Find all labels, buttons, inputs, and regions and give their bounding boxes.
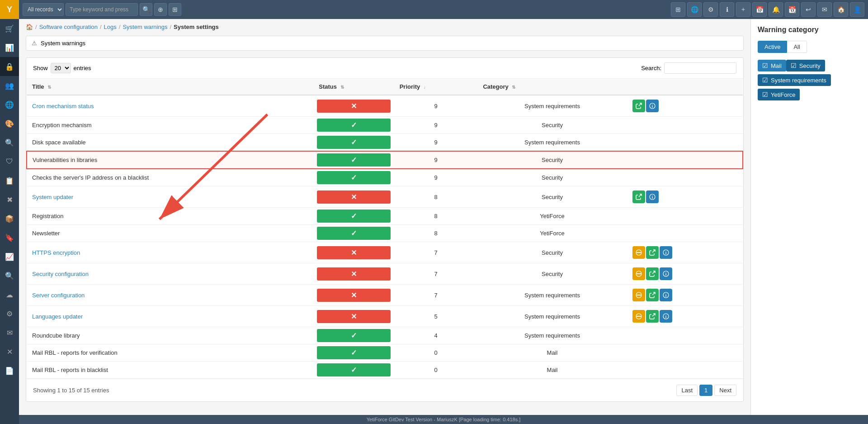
stop-action-button[interactable] bbox=[632, 267, 645, 280]
breadcrumb-logs[interactable]: Logs bbox=[104, 24, 117, 30]
sidebar-item-lock[interactable]: 🔒 bbox=[0, 57, 19, 76]
info-action-button[interactable]: i bbox=[646, 191, 659, 203]
title-link[interactable]: Security configuration bbox=[32, 271, 89, 277]
sidebar-item-xtable[interactable]: ✖ bbox=[0, 190, 19, 209]
topbar-btn-bell[interactable]: 🔔 bbox=[769, 2, 783, 17]
category-checkbox[interactable]: ☑ bbox=[762, 91, 768, 98]
last-button[interactable]: Last bbox=[676, 385, 698, 396]
category-checkbox[interactable]: ☑ bbox=[791, 62, 797, 69]
cell-title: Security configuration bbox=[27, 263, 313, 285]
cell-category: System requirements bbox=[477, 306, 627, 327]
category-checkbox[interactable]: ☑ bbox=[762, 62, 768, 69]
filter-tabs: Active All bbox=[758, 41, 861, 53]
breadcrumb-sep-1: / bbox=[100, 24, 102, 30]
search-input[interactable] bbox=[66, 3, 138, 16]
topbar-btn-calendar[interactable]: 📅 bbox=[752, 2, 767, 17]
sidebar-item-bookmark[interactable]: 🔖 bbox=[0, 228, 19, 247]
topbar-btn-2[interactable]: 🌐 bbox=[687, 2, 702, 17]
topbar-btn-user[interactable]: 👤 bbox=[850, 2, 864, 17]
info-action-button[interactable]: i bbox=[660, 289, 672, 301]
sidebar-item-box[interactable]: 📦 bbox=[0, 209, 19, 228]
topbar-btn-cal2[interactable]: 📆 bbox=[785, 2, 799, 17]
page-title: System warnings bbox=[41, 40, 85, 47]
info-action-button[interactable]: i bbox=[660, 246, 672, 259]
sidebar-item-cloud[interactable]: ☁ bbox=[0, 285, 19, 304]
sidebar-item-globe[interactable]: 🌐 bbox=[0, 95, 19, 114]
category-tag-security[interactable]: ☑Security bbox=[786, 60, 825, 71]
category-tags: ☑Mail☑Security☑System requirements☑YetiF… bbox=[758, 60, 861, 103]
breadcrumb-system-warnings[interactable]: System warnings bbox=[123, 24, 167, 30]
topbar: All records 🔍 ⊕ ⊞ ⊞ 🌐 ⚙ ℹ ＋ 📅 🔔 📆 ↩ ✉ 🏠 … bbox=[19, 0, 868, 19]
link-action-button[interactable] bbox=[646, 246, 659, 259]
sidebar-item-search[interactable]: 🔍 bbox=[0, 133, 19, 152]
category-checkbox[interactable]: ☑ bbox=[762, 76, 768, 84]
grid-icon-button[interactable]: ⊞ bbox=[169, 3, 181, 16]
info-action-button[interactable]: i bbox=[660, 267, 672, 280]
sidebar-item-clipboard[interactable]: 📋 bbox=[0, 171, 19, 190]
link-action-button[interactable] bbox=[646, 267, 659, 280]
table-row: HTTPS encryption✕7Securityi bbox=[27, 242, 743, 263]
stop-action-button[interactable] bbox=[632, 289, 645, 301]
cell-title: Vulnerabilities in libraries bbox=[27, 151, 313, 169]
table-row: Server configuration✕7System requirement… bbox=[27, 285, 743, 306]
title-link[interactable]: Languages updater bbox=[32, 313, 83, 320]
title-link[interactable]: Cron mechanism status bbox=[32, 103, 94, 110]
cell-priority: 8 bbox=[394, 208, 478, 225]
link-action-button[interactable] bbox=[632, 100, 645, 112]
title-link[interactable]: System updater bbox=[32, 194, 73, 200]
sidebar-item-dashboard[interactable]: 📊 bbox=[0, 38, 19, 57]
topbar-btn-mail[interactable]: ✉ bbox=[817, 2, 832, 17]
target-icon-button[interactable]: ⊕ bbox=[154, 3, 167, 16]
topbar-btn-plus[interactable]: ＋ bbox=[736, 2, 750, 17]
status-badge: ✓ bbox=[317, 210, 390, 223]
topbar-btn-home[interactable]: 🏠 bbox=[834, 2, 848, 17]
cell-status: ✕ bbox=[313, 95, 394, 117]
sidebar-item-gear[interactable]: ⚙ bbox=[0, 304, 19, 323]
table-container: Title ⇅ Status ⇅ Priority ↓ Category ⇅ C… bbox=[26, 79, 743, 379]
link-action-button[interactable] bbox=[646, 289, 659, 301]
cell-category: Mail bbox=[477, 344, 627, 362]
topbar-btn-1[interactable]: ⊞ bbox=[671, 2, 685, 17]
sidebar-item-users[interactable]: 👥 bbox=[0, 76, 19, 95]
home-icon[interactable]: 🏠 bbox=[26, 24, 33, 30]
search-button[interactable]: 🔍 bbox=[140, 3, 152, 16]
sidebar-item-shield[interactable]: 🛡 bbox=[0, 152, 19, 171]
sidebar-item-chart[interactable]: 📈 bbox=[0, 247, 19, 266]
tab-active[interactable]: Active bbox=[758, 41, 787, 53]
stop-action-button[interactable] bbox=[632, 310, 645, 323]
topbar-btn-4[interactable]: ℹ bbox=[720, 2, 734, 17]
page-1-button[interactable]: 1 bbox=[699, 385, 712, 396]
category-tag-yetiforce[interactable]: ☑YetiForce bbox=[758, 89, 800, 100]
sidebar-item-magnify[interactable]: 🔍 bbox=[0, 266, 19, 285]
cell-title: Registration bbox=[27, 208, 313, 225]
next-button[interactable]: Next bbox=[714, 385, 736, 396]
stop-action-button[interactable] bbox=[632, 246, 645, 259]
info-action-button[interactable]: i bbox=[646, 100, 659, 112]
sidebar-item-mail[interactable]: ✉ bbox=[0, 323, 19, 342]
sidebar-item-document[interactable]: 📄 bbox=[0, 361, 19, 380]
tab-all[interactable]: All bbox=[787, 41, 807, 53]
title-link[interactable]: HTTPS encryption bbox=[32, 249, 80, 256]
title-link[interactable]: Server configuration bbox=[32, 292, 85, 299]
link-action-button[interactable] bbox=[632, 191, 645, 203]
category-tag-mail[interactable]: ☑Mail bbox=[758, 60, 786, 71]
category-tag-system-requirements[interactable]: ☑System requirements bbox=[758, 74, 831, 86]
records-filter[interactable]: All records bbox=[23, 3, 64, 16]
sidebar-item-palette[interactable]: 🎨 bbox=[0, 114, 19, 133]
topbar-btn-undo[interactable]: ↩ bbox=[801, 2, 816, 17]
cell-priority: 8 bbox=[394, 186, 478, 208]
cell-status: ✓ bbox=[313, 208, 394, 225]
topbar-btn-3[interactable]: ⚙ bbox=[703, 2, 718, 17]
info-action-button[interactable]: i bbox=[660, 310, 672, 323]
cell-priority: 7 bbox=[394, 285, 478, 306]
breadcrumb-software-config[interactable]: Software configuration bbox=[39, 24, 98, 30]
link-action-button[interactable] bbox=[646, 310, 659, 323]
app-logo[interactable]: Y bbox=[0, 0, 19, 19]
table-row: System updater✕8Securityi bbox=[27, 186, 743, 208]
table-search-input[interactable] bbox=[664, 62, 736, 74]
entries-select[interactable]: 20 bbox=[51, 63, 71, 73]
footer: YetiForce GitDev Test Version - MariuszK… bbox=[19, 415, 868, 424]
sidebar-item-cart[interactable]: 🛒 bbox=[0, 19, 19, 38]
sidebar-item-close[interactable]: ✕ bbox=[0, 342, 19, 361]
category-label: System requirements bbox=[771, 77, 826, 84]
